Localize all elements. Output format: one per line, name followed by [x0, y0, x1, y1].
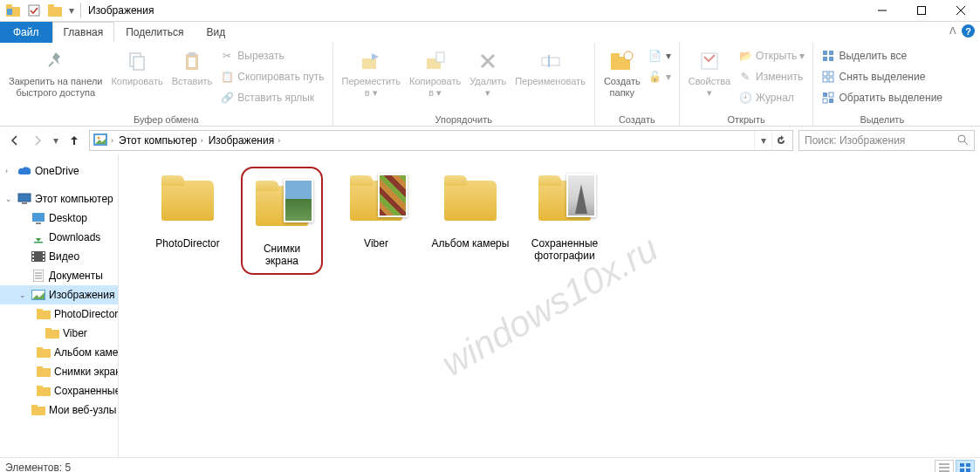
search-input[interactable]: Поиск: Изображения: [798, 130, 975, 151]
rename-button[interactable]: Переименовать: [511, 44, 589, 89]
forward-button[interactable]: [28, 131, 47, 150]
folder-savedphotos[interactable]: Сохраненные фотографии: [525, 167, 604, 275]
tree-photodirector[interactable]: PhotoDirector: [0, 304, 118, 324]
svg-rect-79: [960, 469, 964, 472]
chevron-right-icon[interactable]: ›: [111, 136, 113, 145]
pin-icon: [45, 46, 67, 76]
tree-desktop[interactable]: Desktop: [0, 209, 118, 228]
svg-rect-69: [37, 366, 43, 370]
easyaccess-button[interactable]: 🔓▾: [646, 67, 674, 86]
recent-dropdown[interactable]: ▾: [51, 131, 61, 150]
delete-button[interactable]: Удалить ▾: [466, 44, 510, 99]
edit-button[interactable]: ✎Изменить: [736, 67, 807, 86]
tree-screenshots[interactable]: Снимки экрана: [0, 362, 118, 381]
folder-viber[interactable]: Viber: [337, 167, 415, 275]
svg-rect-52: [32, 259, 34, 261]
folder-icon: [37, 345, 51, 359]
breadcrumb-thispc[interactable]: Этот компьютер›: [117, 134, 205, 147]
tree-viber[interactable]: Viber: [0, 324, 118, 343]
copypath-button[interactable]: 📋Скопировать путь: [217, 67, 326, 86]
properties-button[interactable]: Свойства ▾: [685, 44, 734, 99]
back-button[interactable]: [5, 131, 24, 150]
navigation-pane[interactable]: ›OneDrive ⌄Этот компьютер Desktop Downlo…: [0, 154, 119, 457]
svg-rect-30: [829, 57, 833, 61]
newfolder-icon: [609, 46, 635, 76]
copyto-button[interactable]: Копировать в ▾: [406, 44, 464, 99]
svg-rect-18: [436, 52, 444, 62]
maximize-button[interactable]: [901, 0, 941, 22]
minimize-button[interactable]: [862, 0, 901, 22]
cut-button[interactable]: ✂Вырезать: [217, 46, 326, 65]
svg-rect-50: [32, 252, 34, 254]
svg-rect-44: [18, 194, 31, 202]
chevron-right-icon[interactable]: ›: [201, 136, 203, 145]
svg-rect-27: [823, 51, 827, 55]
moveto-button[interactable]: Переместить в ▾: [339, 44, 404, 99]
content-area[interactable]: PhotoDirector Снимки экрана Viber Альбом…: [119, 154, 980, 457]
svg-point-41: [98, 136, 100, 139]
tab-file[interactable]: Файл: [0, 22, 52, 43]
svg-rect-35: [823, 92, 827, 97]
tree-videos[interactable]: Видео: [0, 247, 118, 266]
chevron-right-icon[interactable]: ›: [278, 136, 280, 145]
newitem-icon: 📄: [648, 49, 662, 63]
svg-rect-14: [188, 52, 195, 56]
pasteshortcut-button[interactable]: 🔗Вставить ярлык: [217, 88, 326, 107]
qat-dropdown-icon[interactable]: ▾: [66, 2, 77, 19]
chevron-down-icon[interactable]: ⌄: [5, 195, 14, 203]
paste-button[interactable]: Вставить: [168, 44, 216, 89]
svg-rect-53: [43, 252, 45, 254]
address-bar[interactable]: › Этот компьютер› Изображения› ▾: [89, 130, 793, 151]
tab-home[interactable]: Главная: [52, 22, 115, 43]
selectall-button[interactable]: Выделить все: [819, 46, 945, 65]
folder-icon: [37, 384, 51, 398]
app-folder-icon: [3, 2, 23, 19]
help-icon[interactable]: ?: [962, 24, 975, 38]
folder-photodirector[interactable]: PhotoDirector: [148, 167, 227, 275]
ribbon-collapse-icon[interactable]: ᐱ: [949, 25, 956, 37]
tree-thispc[interactable]: ⌄Этот компьютер: [0, 189, 118, 209]
chevron-down-icon[interactable]: ⌄: [19, 291, 28, 299]
svg-point-42: [958, 135, 965, 142]
tree-albumcamera[interactable]: Альбом камеры: [0, 343, 118, 362]
tree-onedrive[interactable]: ›OneDrive: [0, 161, 118, 181]
svg-line-43: [964, 141, 968, 145]
folder-screenshots[interactable]: Снимки экрана: [243, 167, 321, 275]
close-button[interactable]: [941, 0, 980, 22]
breadcrumb-pictures[interactable]: Изображения›: [207, 134, 282, 147]
tree-documents[interactable]: Документы: [0, 266, 118, 285]
selectnone-button[interactable]: Снять выделение: [819, 67, 945, 86]
tree-pictures[interactable]: ⌄Изображения: [0, 285, 118, 304]
view-details-button[interactable]: [935, 460, 954, 473]
history-button[interactable]: 🕘Журнал: [736, 88, 807, 107]
newitem-button[interactable]: 📄▾: [646, 46, 674, 65]
tree-saved[interactable]: Сохраненные: [0, 381, 118, 400]
qat-folder-icon[interactable]: [45, 2, 65, 19]
tree-mywebsites[interactable]: Мои веб-узлы: [0, 400, 118, 420]
invertselect-button[interactable]: Обратить выделение: [819, 88, 945, 107]
svg-rect-67: [37, 347, 43, 351]
svg-rect-48: [34, 242, 43, 243]
videos-icon: [31, 250, 45, 263]
up-button[interactable]: [65, 131, 84, 150]
open-button[interactable]: 📂Открыть ▾: [736, 46, 807, 65]
svg-rect-45: [22, 202, 27, 204]
refresh-button[interactable]: [771, 131, 789, 150]
view-icons-button[interactable]: [956, 460, 975, 473]
group-new-label: Создать: [600, 113, 674, 126]
svg-rect-47: [36, 222, 41, 224]
tab-view[interactable]: Вид: [195, 22, 236, 43]
svg-rect-51: [32, 256, 34, 257]
folder-albumcamera[interactable]: Альбом камеры: [431, 167, 510, 275]
newfolder-button[interactable]: Создать папку: [600, 44, 644, 99]
tab-share[interactable]: Поделиться: [114, 22, 195, 43]
moveto-icon: [360, 46, 382, 76]
qat-checkbox-icon[interactable]: [24, 2, 44, 19]
pin-quickaccess-button[interactable]: Закрепить на панели быстрого доступа: [5, 44, 106, 99]
svg-rect-2: [7, 9, 12, 15]
tree-downloads[interactable]: Downloads: [0, 228, 118, 247]
address-dropdown[interactable]: ▾: [754, 131, 771, 150]
copy-button[interactable]: Копировать: [107, 44, 166, 89]
chevron-right-icon[interactable]: ›: [5, 167, 14, 175]
svg-rect-46: [32, 213, 45, 222]
